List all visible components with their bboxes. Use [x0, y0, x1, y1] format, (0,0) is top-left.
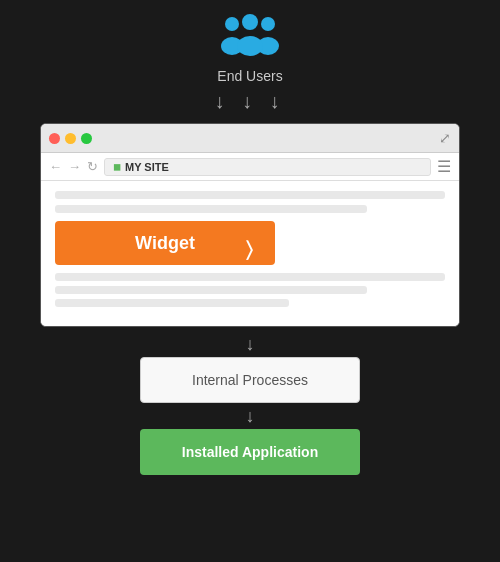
internal-processes-box: Internal Processes	[140, 357, 360, 403]
nav-back-btn[interactable]: ←	[49, 159, 62, 174]
diagram-container: End Users ↓ ↓ ↓ ⤢ ← → ↻ ◼ MY SITE ☰	[0, 0, 500, 475]
nav-menu-icon[interactable]: ☰	[437, 157, 451, 176]
browser-content: Widget 〉	[41, 181, 459, 326]
browser-nav: ← → ↻ ◼ MY SITE ☰	[41, 153, 459, 181]
browser-btn-red[interactable]	[49, 133, 60, 144]
svg-point-0	[225, 17, 239, 31]
arrow-single-1: ↓	[246, 335, 255, 353]
content-line-3	[55, 273, 445, 281]
content-line-2	[55, 205, 367, 213]
arrow-triple-icon: ↓ ↓ ↓	[214, 90, 285, 113]
expand-icon[interactable]: ⤢	[439, 130, 451, 146]
browser-titlebar: ⤢	[41, 124, 459, 153]
widget-button[interactable]: Widget 〉	[55, 221, 275, 265]
internal-processes-label: Internal Processes	[192, 372, 308, 388]
widget-label: Widget	[135, 233, 195, 254]
nav-forward-btn[interactable]: →	[68, 159, 81, 174]
address-bar[interactable]: ◼ MY SITE	[104, 158, 431, 176]
cursor-icon: 〉	[246, 238, 253, 261]
end-users-label: End Users	[217, 68, 282, 84]
page-icon: ◼	[113, 161, 121, 172]
address-text: MY SITE	[125, 161, 169, 173]
svg-point-2	[261, 17, 275, 31]
browser-window: ⤢ ← → ↻ ◼ MY SITE ☰ Widget 〉	[40, 123, 460, 327]
nav-refresh-btn[interactable]: ↻	[87, 159, 98, 174]
svg-point-5	[237, 36, 263, 56]
browser-btn-yellow[interactable]	[65, 133, 76, 144]
browser-btn-green[interactable]	[81, 133, 92, 144]
content-line-1	[55, 191, 445, 199]
triple-arrow: ↓ ↓ ↓	[214, 90, 285, 113]
installed-application-box: Installed Application	[140, 429, 360, 475]
content-lines-bottom	[55, 273, 445, 307]
users-icon	[218, 12, 282, 64]
installed-application-label: Installed Application	[182, 444, 318, 460]
arrow-single-2: ↓	[246, 407, 255, 425]
content-line-4	[55, 286, 367, 294]
svg-point-4	[242, 14, 258, 30]
content-line-5	[55, 299, 289, 307]
end-users-section: End Users	[217, 12, 282, 84]
